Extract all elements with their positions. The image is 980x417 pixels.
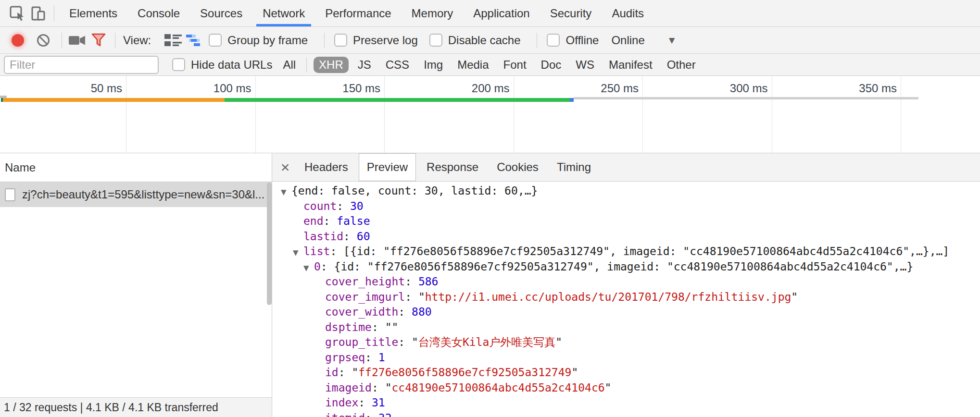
inspect-element-icon[interactable] xyxy=(7,3,28,24)
preserve-log-label: Preserve log xyxy=(353,34,418,47)
tab-audits[interactable]: Audits xyxy=(602,0,654,26)
filter-type-manifest[interactable]: Manifest xyxy=(603,57,658,73)
tab-performance[interactable]: Performance xyxy=(315,0,401,26)
filter-type-font[interactable]: Font xyxy=(498,57,532,73)
throttling-select-value[interactable]: Online xyxy=(611,34,644,47)
tree-row[interactable]: index: 31 xyxy=(272,395,980,411)
disable-cache-checkbox[interactable] xyxy=(429,34,442,47)
divider xyxy=(537,33,537,48)
tree-row[interactable]: group_title: "台湾美女Kila户外唯美写真" xyxy=(272,335,980,350)
tree-segment: : xyxy=(358,396,372,409)
divider xyxy=(324,33,325,48)
timeline-gridline xyxy=(772,76,772,153)
filter-funnel-icon[interactable] xyxy=(88,30,109,51)
timeline-gridline xyxy=(384,76,385,153)
tree-row[interactable]: lastid: 60 xyxy=(272,229,980,245)
tab-sources[interactable]: Sources xyxy=(190,0,252,26)
tab-security[interactable]: Security xyxy=(540,0,602,26)
tree-segment: : xyxy=(343,230,357,243)
tree-segment: " xyxy=(555,336,562,348)
close-icon[interactable]: × xyxy=(275,159,295,175)
tab-memory[interactable]: Memory xyxy=(402,0,464,26)
timeline-tick-label: 250 ms xyxy=(566,82,639,95)
clear-icon[interactable] xyxy=(33,30,54,51)
expand-triangle-icon[interactable]: ▼ xyxy=(303,261,314,275)
timeline-tick-label: 200 ms xyxy=(438,82,510,95)
tree-segment: 31 xyxy=(372,396,385,409)
tree-segment: grpseq xyxy=(325,351,365,364)
expand-triangle-icon[interactable]: ▼ xyxy=(281,185,291,199)
tree-row[interactable]: cover_imgurl: "http://i1.umei.cc/uploads… xyxy=(272,290,980,305)
tree-row[interactable]: ▼list: [{id: "ff276e8056f58896e7cf92505a… xyxy=(272,244,980,259)
divider xyxy=(54,6,54,21)
tree-segment: end xyxy=(303,215,324,227)
filter-type-img[interactable]: Img xyxy=(418,57,448,73)
timeline-tick-label: 350 ms xyxy=(825,82,897,95)
preview-json-tree: ▼{end: false, count: 30, lastid: 60,…}co… xyxy=(272,182,980,417)
tree-segment: ff276e8056f58896e7cf92505a312749 xyxy=(358,366,571,379)
network-toolbar: View: Group by frame Preserve log Disabl… xyxy=(0,27,980,54)
waterfall-overview-icon[interactable] xyxy=(184,30,205,51)
tree-segment: : xyxy=(324,215,337,227)
tree-row[interactable]: itemid: 32 xyxy=(272,411,980,417)
detail-tab-timing[interactable]: Timing xyxy=(549,153,599,181)
filter-type-css[interactable]: CSS xyxy=(380,57,415,73)
detail-tab-preview[interactable]: Preview xyxy=(359,153,416,181)
tree-row[interactable]: cover_width: 880 xyxy=(272,305,980,320)
scrollbar-thumb[interactable] xyxy=(267,183,272,305)
tree-segment: : xyxy=(398,336,412,348)
filter-type-media[interactable]: Media xyxy=(452,57,494,73)
tree-row[interactable]: grpseq: 1 xyxy=(272,350,980,366)
filter-input[interactable] xyxy=(4,56,159,74)
filter-bar: Hide data URLs All XHRJSCSSImgMediaFontD… xyxy=(0,54,980,76)
filter-type-xhr[interactable]: XHR xyxy=(314,57,349,73)
detail-tab-response[interactable]: Response xyxy=(419,153,486,181)
preserve-log-checkbox[interactable] xyxy=(334,34,347,47)
throttling-caret-icon[interactable]: ▼ xyxy=(667,35,677,46)
tab-application[interactable]: Application xyxy=(463,0,540,26)
screenshot-camera-icon[interactable] xyxy=(67,30,88,51)
name-column-header[interactable]: Name xyxy=(0,153,272,182)
tree-row[interactable]: dsptime: "" xyxy=(272,320,980,335)
main-tab-bar: ElementsConsoleSourcesNetworkPerformance… xyxy=(0,0,980,27)
tree-row[interactable]: ▼{end: false, count: 30, lastid: 60,…} xyxy=(272,184,980,199)
tree-segment: : xyxy=(339,366,352,379)
offline-checkbox[interactable] xyxy=(547,34,560,47)
filter-type-other[interactable]: Other xyxy=(662,57,701,73)
tab-network[interactable]: Network xyxy=(252,0,315,26)
tree-segment: id xyxy=(325,366,339,379)
group-by-frame-checkbox[interactable] xyxy=(209,34,222,47)
divider xyxy=(115,33,115,48)
tab-console[interactable]: Console xyxy=(127,0,190,26)
tree-row[interactable]: imageid: "cc48190e57100864abc4d55a2c4104… xyxy=(272,380,980,396)
tree-row[interactable]: count: 30 xyxy=(272,199,980,214)
tree-segment: : xyxy=(398,306,412,318)
tree-segment: 0 xyxy=(314,260,321,273)
request-name: zj?ch=beauty&t1=595&listtype=new&sn=30&l… xyxy=(22,188,264,201)
filter-type-all[interactable]: All xyxy=(283,58,296,72)
timeline-overview[interactable]: 50 ms100 ms150 ms200 ms250 ms300 ms350 m… xyxy=(0,76,980,153)
tree-row[interactable]: end: false xyxy=(272,214,980,229)
status-bar: 1 / 32 requests | 4.1 KB / 4.1 KB transf… xyxy=(0,397,272,417)
device-toolbar-icon[interactable] xyxy=(28,3,49,24)
pane-divider[interactable] xyxy=(272,153,272,417)
filter-type-doc[interactable]: Doc xyxy=(536,57,567,73)
large-rows-view-icon[interactable] xyxy=(163,30,184,51)
tree-row[interactable]: cover_height: 586 xyxy=(272,274,980,290)
request-row[interactable]: zj?ch=beauty&t1=595&listtype=new&sn=30&l… xyxy=(0,182,272,207)
tab-elements[interactable]: Elements xyxy=(59,0,127,26)
divider xyxy=(306,57,307,73)
filter-type-js[interactable]: JS xyxy=(352,57,377,73)
tree-row[interactable]: id: "ff276e8056f58896e7cf92505a312749" xyxy=(272,365,980,380)
tree-segment: cover_height xyxy=(325,275,405,288)
tree-row[interactable]: ▼0: {id: "ff276e8056f58896e7cf92505a3127… xyxy=(272,259,980,275)
expand-triangle-icon[interactable]: ▼ xyxy=(293,245,303,259)
tree-segment: cc48190e57100864abc4d55a2c4104c6 xyxy=(392,381,605,394)
filter-type-list: XHRJSCSSImgMediaFontDocWSManifestOther xyxy=(312,57,703,73)
filter-type-ws[interactable]: WS xyxy=(570,57,600,73)
hide-data-urls-checkbox[interactable] xyxy=(172,58,185,71)
disable-cache-label: Disable cache xyxy=(448,34,521,47)
detail-tab-cookies[interactable]: Cookies xyxy=(489,153,546,181)
record-icon[interactable] xyxy=(12,34,24,47)
detail-tab-headers[interactable]: Headers xyxy=(297,153,356,181)
